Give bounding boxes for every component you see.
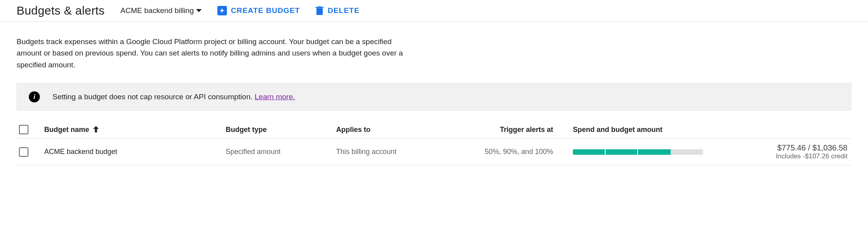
delete-button[interactable]: Delete — [316, 6, 359, 15]
progress-segment — [573, 149, 606, 155]
trash-icon — [316, 6, 324, 15]
info-banner-text: Setting a budget does not cap resource o… — [52, 93, 295, 101]
header-budget-type[interactable]: Budget type — [226, 126, 336, 134]
row-budget-type: Specified amount — [226, 148, 336, 156]
row-amount-main: $775.46 / $1,036.58 — [749, 143, 847, 152]
select-all-cell — [17, 125, 44, 134]
row-applies-to: This billing account — [336, 148, 462, 156]
dropdown-icon — [196, 9, 202, 12]
learn-more-link[interactable]: Learn more. — [254, 93, 295, 101]
svg-rect-2 — [318, 6, 321, 7]
delete-label: Delete — [327, 6, 359, 15]
header-spend-amount[interactable]: Spend and budget amount — [573, 126, 749, 134]
account-selector[interactable]: ACME backend billing — [120, 6, 202, 15]
info-banner-message: Setting a budget does not cap resource o… — [52, 93, 254, 101]
page-title: Budgets & alerts — [17, 4, 105, 17]
plus-icon: + — [217, 6, 227, 15]
header-trigger-alerts[interactable]: Trigger alerts at — [462, 126, 573, 134]
sort-ascending-icon — [93, 126, 99, 133]
row-budget-name[interactable]: ACME backend budget — [44, 148, 226, 156]
header-applies-to[interactable]: Applies to — [336, 126, 462, 134]
page-header: Budgets & alerts ACME backend billing + … — [0, 0, 868, 22]
row-checkbox[interactable] — [19, 147, 28, 157]
info-banner: i Setting a budget does not cap resource… — [17, 83, 851, 111]
table-header-row: Budget name Budget type Applies to Trigg… — [17, 121, 851, 139]
account-selector-label: ACME backend billing — [120, 6, 194, 15]
row-progress-cell — [573, 149, 749, 155]
header-budget-name-label: Budget name — [44, 126, 89, 134]
create-budget-label: Create Budget — [231, 6, 300, 15]
content-area: Budgets track expenses within a Google C… — [0, 22, 868, 165]
create-budget-button[interactable]: + Create Budget — [217, 6, 300, 15]
row-trigger-alerts: 50%, 90%, and 100% — [462, 148, 573, 156]
row-amount-sub: Includes -$107.26 credit — [749, 152, 847, 160]
progress-segment — [606, 149, 638, 155]
budgets-table: Budget name Budget type Applies to Trigg… — [17, 121, 851, 165]
info-icon: i — [29, 91, 40, 102]
table-row[interactable]: ACME backend budget Specified amount Thi… — [17, 139, 851, 165]
progress-bar — [573, 149, 703, 155]
row-select-cell — [17, 147, 44, 157]
svg-rect-0 — [316, 8, 323, 15]
select-all-checkbox[interactable] — [19, 125, 28, 134]
description-text: Budgets track expenses within a Google C… — [17, 36, 403, 70]
header-budget-name[interactable]: Budget name — [44, 126, 226, 134]
row-amount-cell: $775.46 / $1,036.58 Includes -$107.26 cr… — [749, 143, 851, 160]
progress-segment — [638, 149, 671, 155]
